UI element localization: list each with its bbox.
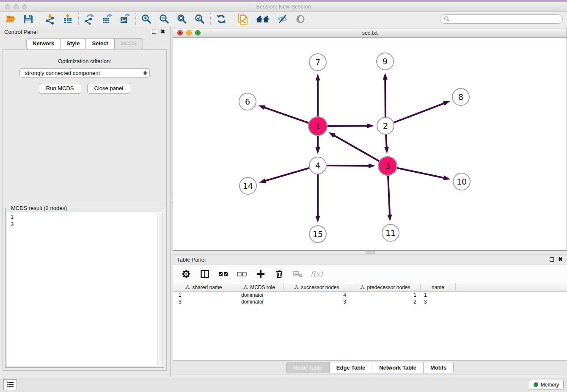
eye-icon[interactable] — [295, 14, 306, 25]
graph-node-label: 1 — [315, 121, 320, 131]
refresh-icon[interactable] — [216, 14, 227, 25]
close-panel-icon[interactable]: ✖ — [558, 257, 563, 262]
search-input[interactable] — [451, 16, 559, 22]
cell-mcds-role[interactable]: dominator — [235, 298, 284, 305]
splitter-grip[interactable] — [366, 251, 375, 254]
delete-icon[interactable] — [274, 269, 284, 279]
import-network-icon[interactable] — [44, 14, 55, 25]
run-mcds-button[interactable]: Run MCDS — [39, 83, 81, 94]
table-row[interactable]: 3 dominator 3 2 3 — [173, 298, 567, 305]
horizontal-splitter[interactable] — [173, 251, 567, 254]
arrowhead-icon — [258, 105, 265, 110]
home-icon[interactable] — [255, 14, 270, 25]
cell-predecessor-nodes[interactable]: 2 — [350, 298, 421, 305]
tab-mcds[interactable]: MCDS — [115, 38, 143, 49]
graph-edge-2-8[interactable] — [385, 102, 446, 126]
arrowhead-icon — [316, 216, 320, 223]
select-all-icon[interactable] — [218, 269, 228, 279]
criterion-selected-value: strongly connected component — [25, 70, 143, 76]
network-window-title: scc.txt — [173, 30, 567, 36]
delete-table-icon[interactable] — [293, 269, 303, 279]
mcds-result-line: 3 — [11, 221, 159, 228]
export-image-icon[interactable] — [119, 14, 130, 25]
arrowhead-icon — [328, 132, 336, 138]
search-icon — [444, 16, 449, 22]
tab-style[interactable]: Style — [61, 38, 86, 49]
graph-node-label: 14 — [243, 181, 253, 190]
function-icon[interactable]: f(x) — [311, 269, 322, 279]
zoom-selected-icon[interactable] — [194, 14, 205, 25]
float-panel-icon[interactable] — [152, 30, 156, 34]
arrowhead-icon — [443, 101, 450, 106]
arrowhead-icon — [384, 147, 389, 154]
float-panel-icon[interactable] — [550, 257, 554, 262]
close-panel-button[interactable]: Close panel — [87, 83, 131, 94]
zoom-fit-icon[interactable] — [176, 14, 187, 25]
main-toolbar — [0, 12, 567, 26]
table-header-row: shared name MCDS role successor nodes pr… — [173, 283, 567, 292]
graph-node-label: 7 — [315, 58, 320, 67]
zoom-out-icon[interactable] — [159, 14, 170, 25]
open-folder-icon[interactable] — [5, 14, 16, 25]
network-canvas[interactable]: 7968124314101511 — [173, 38, 567, 250]
mcds-result-textarea[interactable]: 1 3 — [7, 212, 162, 366]
network-graph[interactable]: 7968124314101511 — [173, 38, 567, 250]
cell-name[interactable]: 1 — [421, 292, 456, 298]
deselect-all-icon[interactable] — [237, 269, 247, 279]
export-network-icon[interactable] — [84, 14, 95, 25]
table-row[interactable]: 1 dominator 4 1 1 — [173, 292, 567, 298]
splitter-grip[interactable] — [170, 193, 172, 203]
tree-icon — [185, 285, 190, 290]
save-icon[interactable] — [23, 14, 34, 25]
control-panel-tabs: Network Style Select MCDS — [0, 38, 169, 49]
graph-node-label: 9 — [383, 57, 388, 66]
arrowhead-icon — [443, 176, 451, 180]
cell-mcds-role[interactable]: dominator — [235, 292, 284, 298]
cell-successor-nodes[interactable]: 3 — [284, 298, 350, 305]
column-header-mcds-role[interactable]: MCDS role — [235, 283, 284, 291]
column-header-shared-name[interactable]: shared name — [173, 283, 235, 291]
gear-icon[interactable] — [181, 269, 191, 279]
tree-icon — [294, 285, 299, 290]
tab-network-table[interactable]: Network Table — [372, 362, 423, 373]
column-header-successor-nodes[interactable]: successor nodes — [284, 283, 350, 291]
table-body-empty — [173, 305, 567, 360]
vertical-splitter[interactable] — [169, 26, 173, 377]
column-header-predecessor-nodes[interactable]: predecessor nodes — [350, 283, 421, 291]
tab-node-table[interactable]: Node Table — [286, 362, 329, 373]
arrowhead-icon — [316, 147, 320, 154]
task-history-button[interactable] — [3, 379, 17, 390]
arrowhead-icon — [316, 74, 320, 80]
criterion-select[interactable]: strongly connected component — [19, 68, 150, 77]
control-panel-title: Control Panel — [4, 29, 38, 35]
scrollbar[interactable] — [157, 213, 162, 365]
control-panel: Control Panel ✖ Network Style Select MCD… — [0, 26, 169, 377]
mcds-result-line: 1 — [11, 213, 159, 221]
hide-eye-icon[interactable] — [277, 14, 288, 25]
columns-icon[interactable] — [200, 269, 210, 279]
close-panel-icon[interactable]: ✖ — [160, 30, 165, 34]
tree-icon — [360, 285, 365, 290]
export-table-icon[interactable] — [102, 14, 113, 25]
column-header-name[interactable]: name — [421, 283, 456, 291]
import-table-icon[interactable] — [62, 14, 73, 25]
cell-predecessor-nodes[interactable]: 1 — [350, 292, 421, 298]
app-titlebar: Session: New Session — [0, 2, 567, 12]
network-file-icon[interactable] — [237, 14, 248, 25]
cell-name[interactable]: 3 — [421, 298, 456, 305]
mcds-result-title: MCDS result (2 nodes) — [9, 205, 69, 211]
tab-edge-table[interactable]: Edge Table — [329, 362, 372, 373]
memory-button[interactable]: Memory — [529, 380, 564, 390]
graph-node-label: 6 — [245, 97, 250, 106]
tab-network[interactable]: Network — [26, 38, 61, 49]
add-icon[interactable] — [256, 269, 266, 279]
cell-shared-name[interactable]: 3 — [173, 298, 235, 305]
search-field[interactable] — [440, 14, 563, 24]
tree-icon — [243, 285, 248, 290]
cell-shared-name[interactable]: 1 — [173, 292, 235, 298]
tab-motifs[interactable]: Motifs — [423, 362, 453, 373]
zoom-in-icon[interactable] — [141, 14, 152, 25]
cell-successor-nodes[interactable]: 4 — [284, 292, 350, 298]
tab-select[interactable]: Select — [86, 38, 114, 49]
network-view-window: ✕ − + scc.txt 7968124314101511 — [173, 28, 567, 251]
